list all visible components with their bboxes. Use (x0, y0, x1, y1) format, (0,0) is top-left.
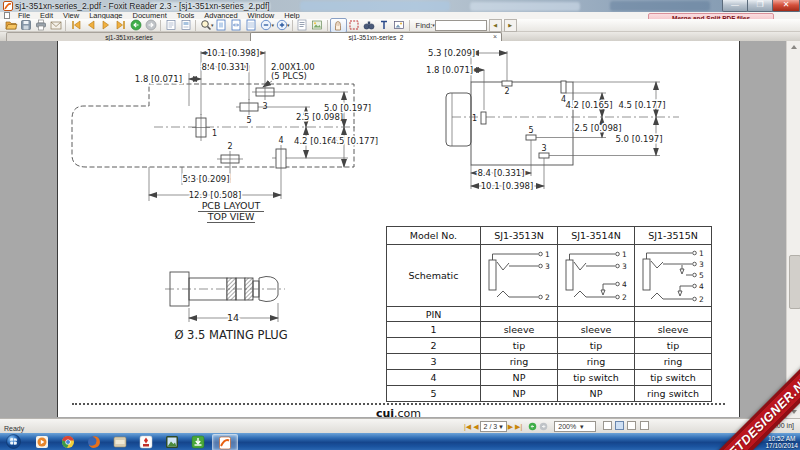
header-sj1-3515n: SJ1-3515N (635, 227, 712, 245)
pin-label: PIN (387, 307, 481, 322)
text-viewer-button[interactable] (295, 19, 310, 32)
background-window-blob (610, 1, 710, 11)
model-table: Model No. SJ1-3513N SJ1-3514N SJ1-3515N … (386, 226, 712, 402)
taskbar-item-media-player[interactable] (30, 434, 54, 449)
idm-icon (191, 435, 205, 449)
fit-actual-size-button[interactable] (214, 19, 229, 32)
fit-page-button[interactable] (229, 19, 244, 32)
image-viewer-button[interactable] (310, 19, 325, 32)
save-button[interactable] (18, 19, 33, 32)
footer-divider (72, 403, 725, 405)
taskbar-item-foxit-reader[interactable] (212, 434, 238, 450)
schematic-sj1-3514n: 1 3 4 2 (558, 245, 635, 307)
taskbar: 10:52 AM 17/10/2014 (0, 433, 800, 450)
next-page-icon[interactable]: ▶ (508, 423, 513, 431)
dim-5-0: 5.0 [0.197] (615, 134, 662, 144)
tab-label: sj1-351xn-series (105, 34, 153, 41)
taskbar-item-utility[interactable] (134, 434, 158, 449)
close-button[interactable]: ✕ (772, 0, 800, 12)
select-tool-button[interactable] (347, 19, 362, 32)
svg-text:3: 3 (699, 260, 704, 269)
dim-8-4: 8.4 [0.331] (201, 62, 248, 72)
previous-view-button[interactable] (128, 19, 143, 32)
taskbar-item-photo-viewer[interactable] (160, 434, 184, 449)
fit-width-button[interactable] (244, 19, 259, 32)
hand-tool-button[interactable] (330, 18, 347, 33)
schematic-sj1-3515n: 1 3 5 4 2 (635, 245, 712, 307)
next-page-button[interactable] (98, 19, 113, 32)
document-area: 10.1 [0.398] 8.4 [0.331] 1.8 [0.071] 2.0… (0, 41, 800, 418)
next-view-button[interactable] (143, 19, 158, 32)
pin-label-5: 5 (528, 126, 533, 135)
scroll-up-arrow[interactable] (791, 45, 797, 49)
find-next-button[interactable]: ▶ (504, 19, 517, 32)
tab-close-icon[interactable]: × (493, 33, 497, 41)
single-page-button[interactable] (603, 421, 612, 430)
prev-view-icon[interactable] (528, 422, 537, 431)
table-row: 3ringringring (387, 354, 712, 370)
taskbar-item-firefox[interactable] (82, 434, 106, 449)
vertical-scrollbar[interactable] (786, 41, 800, 418)
last-page-icon[interactable]: ▶| (515, 423, 522, 431)
taskbar-clock[interactable]: 10:52 AM 17/10/2014 (765, 435, 798, 449)
tab-sj1-351xn-series-2[interactable]: sj1-351xn-series_2 × (250, 32, 502, 41)
email-button[interactable] (48, 19, 63, 32)
pcb-caption-2: TOP VIEW (207, 211, 255, 222)
first-page-icon[interactable]: |◀ (464, 423, 471, 431)
find-previous-button[interactable]: ◀ (489, 19, 502, 32)
tab-sj1-351xn-series[interactable]: sj1-351xn-series (6, 32, 252, 41)
svg-text:4: 4 (699, 282, 704, 291)
find-label: Find: (416, 21, 433, 30)
start-button[interactable] (3, 434, 23, 449)
pdf-page: 10.1 [0.398] 8.4 [0.331] 1.8 [0.071] 2.0… (57, 41, 740, 417)
print-button[interactable] (33, 19, 48, 32)
pcb-layout-drawing: 10.1 [0.398] 8.4 [0.331] 1.8 [0.071] 2.0… (66, 43, 386, 223)
prev-page-icon[interactable]: ◀ (473, 423, 478, 431)
continuous-page-button[interactable] (615, 421, 624, 430)
scrollbar-thumb[interactable] (789, 255, 800, 309)
chrome-icon (61, 435, 75, 449)
taskbar-item-idm[interactable] (186, 434, 210, 449)
minimize-button[interactable]: — (722, 0, 748, 12)
svg-text:2: 2 (699, 295, 704, 304)
taskbar-item-chrome[interactable] (56, 434, 80, 449)
facing-page-button[interactable] (627, 421, 636, 430)
pin-label-1: 1 (472, 114, 477, 123)
page-thumbnails-button[interactable] (163, 19, 178, 32)
svg-text:5: 5 (699, 271, 704, 280)
search-binoculars-button[interactable] (362, 19, 377, 32)
page-indicator[interactable]: 2 / 3 ▾ (480, 421, 507, 432)
snapshot-button[interactable] (392, 19, 407, 32)
dim-8-4: 8.4 [0.331] (477, 168, 524, 178)
open-button[interactable] (3, 19, 18, 32)
next-view-icon[interactable] (539, 422, 548, 431)
dim-14: 14 (227, 312, 239, 323)
pcb-outline (72, 84, 354, 167)
dim-4-5: 4.5 [0.177] (331, 136, 378, 146)
svg-text:4: 4 (622, 280, 627, 289)
first-page-button[interactable] (68, 19, 83, 32)
pcb-caption-1: PCB LAYOUT (202, 200, 261, 211)
zoom-in-caret[interactable]: ▾ (287, 22, 290, 28)
background-window-blob (470, 2, 580, 11)
header-model-no: Model No. (387, 227, 481, 245)
find-input[interactable] (435, 20, 487, 31)
svg-text:3: 3 (622, 262, 627, 271)
previous-page-button[interactable] (83, 19, 98, 32)
schematic-label: Schematic (387, 245, 481, 307)
maximize-button[interactable]: ❐ (747, 0, 773, 12)
select-text-button[interactable] (377, 19, 392, 32)
bookmarks-panel-button[interactable] (178, 19, 193, 32)
taskbar-item-file-manager[interactable] (108, 434, 132, 449)
last-page-button[interactable] (113, 19, 128, 32)
pin-label-2: 2 (504, 87, 509, 96)
continuous-facing-button[interactable] (640, 421, 649, 430)
screen: sj1-351xn-series_2.pdf - Foxit Reader 2.… (0, 0, 800, 450)
page-nav-controls: |◀ ◀ 2 / 3 ▾ ▶ ▶| 200% ▾ (463, 421, 649, 432)
zoom-level-box[interactable]: 200% ▾ (554, 421, 596, 432)
dim-5-3: 5.3 [0.209] (182, 174, 229, 184)
mating-plug-drawing: 14 Ø 3.5 MATING PLUG (161, 263, 351, 348)
ready-status: Ready (4, 425, 24, 432)
photo-viewer-icon (165, 435, 179, 449)
foxit-app-icon (3, 1, 13, 11)
